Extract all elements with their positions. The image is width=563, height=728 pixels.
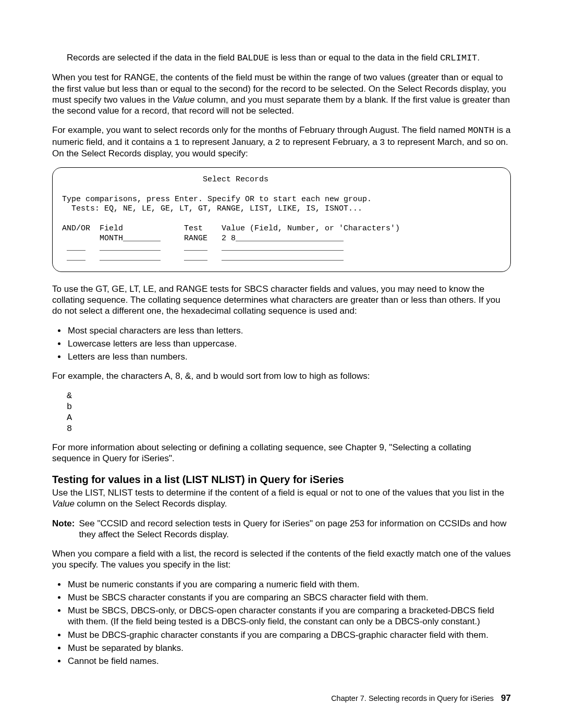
list-item: Letters are less than numbers. (67, 351, 511, 362)
list-item: Most special characters are less than le… (67, 325, 511, 336)
list-item: Must be SBCS, DBCS-only, or DBCS-open ch… (67, 605, 511, 627)
list-requirements: Must be numeric constants if you are com… (67, 579, 511, 667)
range-ital: Value (173, 95, 195, 105)
list-item: Must be separated by blanks. (67, 643, 511, 653)
list-item: Must be SBCS character constants if you … (67, 592, 511, 603)
intro-mid: is less than or equal to the data in the… (269, 53, 440, 63)
code-baldue: BALDUE (237, 53, 269, 63)
example1-paragraph: For example, you want to select records … (52, 125, 511, 159)
list-item: Cannot be field names. (67, 656, 511, 667)
sort-block: & b A 8 (67, 390, 511, 435)
note-label: Note: (52, 518, 79, 540)
intro-post: . (478, 53, 480, 63)
code-month: MONTH (468, 126, 494, 135)
collating-bullets: Most special characters are less than le… (67, 325, 511, 363)
footer-page-number: 97 (501, 693, 511, 703)
list-item: Must be numeric constants if you are com… (67, 579, 511, 590)
section-heading: Testing for values in a list (LIST NLIST… (52, 473, 511, 486)
sort-intro: For example, the characters A, 8, &, and… (52, 371, 511, 381)
range-paragraph: When you test for RANGE, the contents of… (52, 72, 511, 116)
note-block: Note: See "CCSID and record selection te… (52, 518, 511, 540)
list-compare-paragraph: When you compare a field with a list, th… (52, 548, 511, 571)
more-info-paragraph: For more information about selecting or … (52, 442, 511, 464)
list-intro-paragraph: Use the LIST, NLIST tests to determine i… (52, 487, 511, 510)
intro-pre: Records are selected if the data in the … (67, 53, 237, 63)
note-body: See "CCSID and record selection tests in… (79, 518, 511, 540)
footer-chapter: Chapter 7. Selecting records in Query fo… (331, 694, 494, 702)
select-records-screen: Select Records Type comparisons, press E… (52, 167, 511, 272)
page-footer: Chapter 7. Selecting records in Query fo… (52, 693, 511, 704)
collating-paragraph: To use the GT, GE, LT, LE, and RANGE tes… (52, 283, 511, 317)
list-item: Must be DBCS-graphic character constants… (67, 630, 511, 640)
code-crlimit: CRLIMIT (440, 53, 477, 63)
list-item: Lowercase letters are less than uppercas… (67, 338, 511, 349)
intro-line: Records are selected if the data in the … (67, 52, 511, 64)
